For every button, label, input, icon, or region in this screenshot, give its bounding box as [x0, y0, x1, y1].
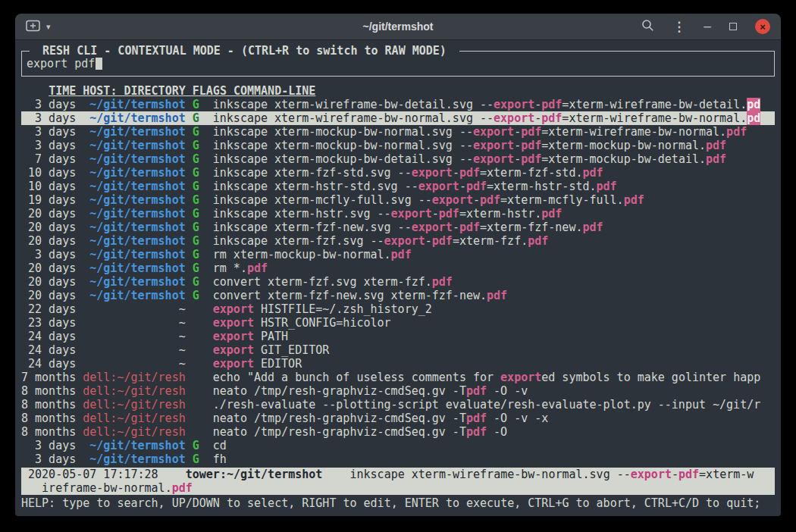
row-host-directory: ~/git/termshot: [83, 439, 185, 452]
history-row-selected[interactable]: 3 days~/git/termshotGinkscape xterm-wire…: [21, 111, 775, 125]
history-row[interactable]: 22 days~export HISTFILE=~/.zsh_history_2: [21, 302, 775, 316]
restore-icon[interactable]: [729, 23, 737, 30]
plain-text: fh: [213, 452, 227, 466]
row-command: inkscape xterm-mockup-bw-normal.svg --ex…: [213, 139, 775, 152]
search-match-text: pdf: [247, 261, 268, 275]
history-row[interactable]: 23 days~export HSTR_CONFIG=hicolor: [21, 316, 775, 330]
search-match-text: pdf: [706, 152, 726, 166]
plain-text: -: [514, 152, 521, 166]
row-time: 3 days: [21, 439, 76, 452]
row-time: 8 months: [21, 425, 76, 439]
row-host-directory: ~/git/termshot: [83, 261, 185, 275]
row-time: 22 days: [21, 302, 76, 316]
history-row[interactable]: 20 days~/git/termshotGconvert xterm-fzf.…: [21, 275, 775, 289]
history-row[interactable]: 24 days~export EDITOR: [21, 357, 775, 371]
header-text: TIME HOST: DIRECTORY FLAGS COMMAND-LINE: [49, 84, 315, 98]
plain-text: =xterm-mcfly-full.: [500, 193, 624, 207]
titlebar[interactable]: ▾ ~/git/termshot ⋮ – ×: [15, 14, 781, 40]
search-icon[interactable]: [641, 19, 654, 35]
row-flag: G: [193, 98, 199, 111]
search-match-text: export: [384, 234, 425, 248]
search-match-text: pdf: [432, 275, 453, 289]
row-host-directory: ~/git/termshot: [83, 166, 185, 180]
text-cursor-block: [96, 58, 102, 70]
search-match-text: export: [391, 207, 432, 221]
history-row[interactable]: 3 days~/git/termshotGrm xterm-mockup-bw-…: [21, 248, 775, 261]
row-command: export PATH: [213, 330, 775, 343]
search-match-text: export: [213, 343, 254, 357]
row-time: 20 days: [21, 289, 76, 302]
plain-text: =xterm-wireframe-bw-normal.: [541, 125, 726, 139]
history-row[interactable]: 3 days~/git/termshotGfh: [21, 452, 775, 466]
history-row[interactable]: 19 days~/git/termshotGinkscape xterm-mcf…: [21, 193, 775, 207]
status-host-text: tower:~/git/termshot: [186, 468, 323, 481]
search-match-text: export: [494, 111, 534, 125]
history-row[interactable]: 3 days~/git/termshotGinkscape xterm-mock…: [21, 125, 775, 139]
status-line: ireframe-bw-normal.pdf: [21, 481, 775, 495]
row-time: 3 days: [21, 125, 76, 139]
row-command: neato /tmp/resh-graphviz-cmdSeq.gv -Tpdf…: [213, 425, 775, 439]
plain-text: inkscape xterm-mockup-bw-detail.svg --: [213, 152, 473, 166]
row-flag: [193, 357, 199, 371]
kebab-menu-icon[interactable]: ⋮: [672, 20, 685, 33]
row-host-directory: ~/git/termshot: [83, 221, 185, 234]
history-row[interactable]: 20 days~/git/termshotGinkscape xterm-fzf…: [21, 234, 775, 248]
plain-text: -: [514, 139, 521, 152]
history-row[interactable]: 8 monthsdell:~/git/reshneato /tmp/resh-g…: [21, 412, 775, 425]
row-flag: G: [193, 125, 199, 139]
row-time: 20 days: [21, 234, 76, 248]
history-row[interactable]: 20 days~/git/termshotGinkscape xterm-fzf…: [21, 221, 775, 234]
plain-text: neato /tmp/resh-graphviz-cmdSeq.gv -T: [213, 412, 466, 425]
plain-text: =xterm-hstr.: [459, 207, 541, 221]
plain-text: -: [534, 111, 541, 125]
new-tab-button[interactable]: ▾: [26, 20, 51, 34]
plain-text: neato /tmp/resh-graphviz-cmdSeq.gv -T: [213, 425, 466, 439]
search-match-text: pdf: [582, 166, 603, 180]
terminal-content: RESH CLI - CONTEXTUAL MODE - (CTRL+R to …: [15, 40, 781, 516]
row-time: 24 days: [21, 357, 76, 371]
search-match-text: export: [412, 166, 453, 180]
columns-header: TIME HOST: DIRECTORY FLAGS COMMAND-LINE: [21, 84, 775, 98]
history-row[interactable]: 7 monthsdell:~/git/reshecho "Add a bunch…: [21, 371, 775, 384]
history-row[interactable]: 8 monthsdell:~/git/resh./resh-evaluate -…: [21, 398, 775, 412]
plain-text: rm *.: [213, 261, 247, 275]
row-flag: [193, 316, 199, 330]
plain-text: PATH: [254, 330, 288, 343]
history-row[interactable]: 3 days~/git/termshotGinkscape xterm-mock…: [21, 139, 775, 152]
search-match-text: export: [213, 302, 254, 316]
history-row[interactable]: 10 days~/git/termshotGinkscape xterm-hst…: [21, 180, 775, 193]
history-row[interactable]: 20 days~/git/termshotGinkscape xterm-hst…: [21, 207, 775, 221]
row-flag: G: [193, 248, 199, 261]
history-row[interactable]: 8 monthsdell:~/git/reshneato /tmp/resh-g…: [21, 384, 775, 398]
minimize-icon[interactable]: –: [704, 20, 711, 33]
row-command: fh: [213, 452, 775, 466]
row-host-directory: dell:~/git/resh: [83, 384, 185, 398]
search-match-text: export: [473, 139, 514, 152]
search-box[interactable]: RESH CLI - CONTEXTUAL MODE - (CTRL+R to …: [21, 51, 775, 77]
plain-text: convert xterm-fzf-new.svg xterm-fzf-new.: [213, 289, 487, 302]
plain-text: 2020-05-07 17:17:28: [21, 468, 186, 481]
history-row[interactable]: 24 days~export GIT_EDITOR: [21, 343, 775, 357]
history-row[interactable]: 24 days~export PATH: [21, 330, 775, 343]
plain-text: inkscape xterm-wireframe-bw-detail.svg -…: [213, 98, 494, 111]
row-command: inkscape xterm-mockup-bw-detail.svg --ex…: [213, 152, 775, 166]
search-input[interactable]: export pdf: [25, 57, 771, 70]
plain-text: ed symbols to make golinter happ: [541, 371, 760, 384]
terminal-window: ▾ ~/git/termshot ⋮ – × RESH CLI - CONTEX…: [15, 14, 781, 516]
new-tab-icon: [26, 20, 41, 34]
row-command: inkscape xterm-mcfly-full.svg --export-p…: [213, 193, 775, 207]
history-row[interactable]: 7 days~/git/termshotGinkscape xterm-mock…: [21, 152, 775, 166]
history-row[interactable]: 10 days~/git/termshotGinkscape xterm-fzf…: [21, 166, 775, 180]
history-list: 3 days~/git/termshotGinkscape xterm-wire…: [21, 98, 775, 466]
plain-text: -: [534, 98, 541, 111]
history-row[interactable]: 8 monthsdell:~/git/reshneato /tmp/resh-g…: [21, 425, 775, 439]
plain-text: =xterm-mockup-bw-normal.: [541, 139, 706, 152]
history-row[interactable]: 3 days~/git/termshotGcd: [21, 439, 775, 452]
history-row[interactable]: 20 days~/git/termshotGrm *.pdf: [21, 261, 775, 275]
row-host-directory: dell:~/git/resh: [83, 371, 185, 384]
close-icon: ×: [760, 22, 766, 32]
history-row[interactable]: 3 days~/git/termshotGinkscape xterm-wire…: [21, 98, 775, 111]
search-match-text: pdf: [541, 98, 562, 111]
close-button[interactable]: ×: [755, 19, 770, 34]
history-row[interactable]: 20 days~/git/termshotGconvert xterm-fzf-…: [21, 289, 775, 302]
